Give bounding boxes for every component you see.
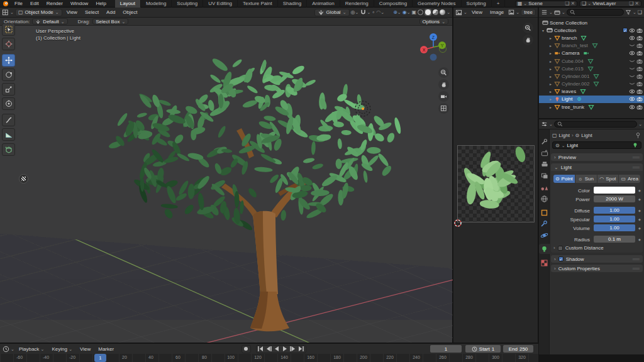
workspace-tab-geometry-nodes[interactable]: Geometry Nodes (413, 0, 461, 8)
disable-render-camera-icon[interactable] (636, 96, 643, 102)
transform-orientation-dropdown[interactable]: Global⌄ (314, 9, 350, 16)
shading-rendered-button[interactable] (440, 9, 445, 15)
menu-edit[interactable]: Edit (26, 1, 43, 6)
viewport-image-badge[interactable] (19, 174, 28, 184)
animate-dot[interactable]: ◆ (638, 226, 641, 230)
workspace-tab-sculpting[interactable]: Sculpting (172, 0, 203, 8)
tab-output[interactable] (539, 160, 550, 170)
disclosure-arrow-icon[interactable]: ▸ (548, 36, 553, 40)
editor-type-icon[interactable] (3, 346, 9, 353)
light-type-sun-button[interactable]: ☼Sun (575, 175, 597, 183)
menu-help[interactable]: Help (92, 1, 109, 6)
outliner-row-branch[interactable]: ▸ branch (539, 34, 644, 41)
tab-physics[interactable] (539, 230, 550, 240)
image-texture-frame[interactable] (457, 145, 535, 222)
custom-distance-checkbox[interactable] (558, 246, 563, 251)
viewport-perspective-toggle-button[interactable] (438, 103, 449, 114)
breadcrumb-data[interactable]: Light (581, 133, 592, 138)
drag-dropdown[interactable]: Select Box⌄ (92, 18, 128, 25)
tool-scale[interactable] (2, 83, 15, 96)
viewport-zoom-button[interactable] (438, 67, 449, 78)
hide-eye-icon[interactable] (629, 50, 635, 56)
workspace-tab-texture-paint[interactable]: Texture Paint (238, 0, 278, 8)
pin-icon[interactable] (635, 132, 641, 139)
hide-eye-icon[interactable] (629, 96, 635, 102)
disable-render-camera-icon[interactable] (636, 74, 643, 79)
panel-preview[interactable]: ›Preview ══ (551, 153, 643, 161)
menu-playback[interactable]: Playback ⌄ (16, 346, 48, 352)
tab-object-data[interactable] (539, 244, 550, 254)
menu-file[interactable]: File (11, 1, 26, 6)
workspace-tab-modeling[interactable]: Modeling (141, 0, 172, 8)
scene-selector[interactable]: ▦ ⌄ Scene ❏ ✕ (515, 1, 577, 7)
disclosure-arrow-icon[interactable]: ▸ (548, 89, 553, 94)
menu-view[interactable]: View (64, 9, 80, 15)
disable-render-camera-icon[interactable] (636, 35, 643, 41)
hide-eye-closed-icon[interactable] (629, 74, 635, 79)
jump-to-end-button[interactable] (297, 346, 306, 353)
properties-search-input[interactable] (554, 121, 637, 128)
blender-logo-icon[interactable] (3, 1, 9, 7)
outliner-row-camera[interactable]: ▸ Camera (539, 50, 644, 57)
new-viewlayer-icon[interactable]: ❏ (629, 1, 633, 6)
tool-add-primitive[interactable]: + (2, 143, 15, 156)
tool-transform[interactable] (2, 97, 15, 110)
data-name-field[interactable]: ⊙ ⌄ Light (552, 141, 641, 149)
outliner-row-cube-015[interactable]: ▸ Cube.015 (539, 65, 644, 72)
new-scene-icon[interactable]: ❏ (565, 1, 569, 6)
properties-filter-dropdown[interactable]: ⌄ (638, 122, 642, 126)
menu-add[interactable]: Add (103, 9, 118, 15)
outliner-row-collection[interactable]: ▾ Collection ✓ (539, 26, 644, 34)
disable-render-camera-icon[interactable] (636, 104, 643, 110)
hide-eye-icon[interactable] (629, 89, 635, 94)
menu-image[interactable]: Image (487, 9, 507, 15)
panel-shadow[interactable]: › ✓ Shadow ══ (551, 255, 643, 263)
workspace-tab-rendering[interactable]: Rendering (340, 0, 374, 8)
hide-eye-closed-icon[interactable] (629, 58, 635, 64)
tab-object[interactable] (539, 207, 550, 217)
menu-window[interactable]: Window (67, 1, 92, 6)
disclosure-arrow-icon[interactable]: ▾ (541, 28, 545, 33)
snap-magnet-icon[interactable]: ⌄ (360, 9, 370, 16)
outliner-row-cylinder-001[interactable]: ▸ Cylinder.001 (539, 72, 644, 80)
hide-eye-closed-icon[interactable] (629, 43, 635, 48)
browse-image-icon[interactable] (508, 9, 514, 16)
filter-collection-icon[interactable] (554, 9, 560, 16)
workspace-tab-shading[interactable]: Shading (278, 0, 307, 8)
workspace-tab-uv-editing[interactable]: UV Editing (203, 0, 238, 8)
outliner-row-cube-004[interactable]: ▸ Cube.004 (539, 57, 644, 65)
outliner-row-branch-test[interactable]: ▸ branch_test (539, 42, 644, 50)
next-keyframe-button[interactable] (289, 346, 297, 353)
hide-eye-icon[interactable] (629, 104, 635, 110)
navigation-gizmo[interactable]: Z X Y (415, 29, 452, 65)
viewport-canvas[interactable] (0, 26, 453, 343)
tool-measure[interactable] (2, 128, 15, 141)
radius-field[interactable]: 0.1 m (594, 236, 635, 243)
light-type-area-button[interactable]: ▭Area (619, 175, 640, 183)
breadcrumb-object[interactable]: Light (559, 133, 570, 138)
workspace-tab-compositing[interactable]: Compositing (374, 0, 413, 8)
hide-eye-icon[interactable] (629, 35, 635, 41)
disable-render-camera-icon[interactable] (636, 89, 643, 94)
filter-funnel-icon[interactable] (625, 9, 631, 16)
playhead-marker[interactable]: 1 (94, 354, 106, 362)
frame-end-field[interactable]: End250 (503, 345, 533, 353)
disclosure-arrow-icon[interactable]: ▸ (548, 74, 553, 79)
disclosure-arrow-icon[interactable]: ▸ (548, 59, 553, 63)
power-field[interactable]: 2000 W (594, 195, 635, 202)
shading-dropdown[interactable]: ⌄ (447, 10, 450, 14)
animate-dot[interactable]: ◆ (638, 238, 641, 241)
current-frame-field[interactable]: 1 (430, 345, 462, 353)
image-pan-button[interactable] (523, 35, 533, 45)
tool-move[interactable] (2, 54, 15, 67)
options-dropdown[interactable]: Options⌄ (419, 18, 448, 25)
light-type-spot-button[interactable]: ◠Spot (597, 175, 619, 183)
panel-light[interactable]: ⌄Light ══ (551, 163, 643, 171)
play-reverse-button[interactable] (273, 346, 281, 353)
color-swatch[interactable] (594, 187, 635, 194)
add-workspace-button[interactable]: + (492, 0, 506, 8)
proportional-falloff-dropdown[interactable]: ◠⌄ (376, 9, 384, 15)
tab-constraints[interactable] (539, 219, 550, 229)
orientation-dropdown[interactable]: Default⌄ (32, 18, 67, 25)
auto-keying-button[interactable] (242, 346, 250, 353)
